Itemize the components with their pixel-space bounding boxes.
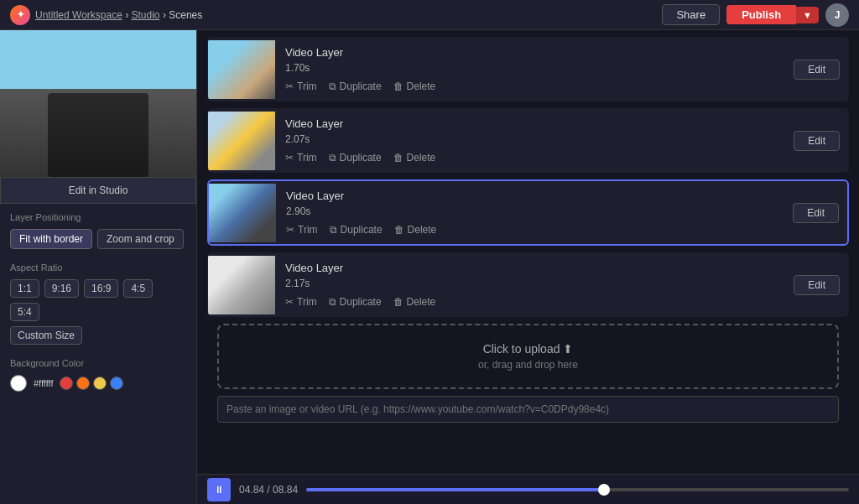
layer-title: Video Layer [285, 262, 784, 274]
main-layout: Edit in Studio Layer Positioning Fit wit… [0, 30, 859, 504]
content-area: Video Layer 1.70s ✂ Trim ⧉ Duplicate 🗑 D… [197, 30, 859, 504]
thumb-image [208, 112, 275, 170]
edit-button[interactable]: Edit [794, 131, 840, 151]
layer-actions: ✂ Trim ⧉ Duplicate 🗑 Delete [286, 224, 783, 236]
publish-button[interactable]: Publish [726, 5, 796, 24]
url-input-row [217, 396, 839, 423]
preview-image [0, 30, 196, 177]
layer-thumbnail [208, 40, 275, 99]
breadcrumb-area: ✦ Untitled Workspace › Studio › Scenes [10, 5, 202, 25]
color-swatch-white[interactable] [10, 375, 27, 392]
aspect-1-1[interactable]: 1:1 [10, 279, 39, 298]
layer-duration: 2.17s [285, 278, 784, 289]
breadcrumb-studio[interactable]: Studio [132, 9, 160, 21]
positioning-buttons: Fit with border Zoom and crop [10, 229, 186, 249]
layer-actions: ✂ Trim ⧉ Duplicate 🗑 Delete [285, 296, 784, 308]
layer-info: Video Layer 2.90s ✂ Trim ⧉ Duplicate 🗑 D… [276, 181, 793, 244]
layer-info: Video Layer 2.17s ✂ Trim ⧉ Duplicate 🗑 D… [275, 253, 794, 316]
aspect-ratio-buttons: 1:1 9:16 16:9 4:5 5:4 [10, 279, 186, 321]
breadcrumb: Untitled Workspace › Studio › Scenes [35, 9, 202, 21]
timeline-thumb[interactable] [598, 484, 610, 496]
trim-button[interactable]: ✂ Trim [286, 224, 318, 236]
layers-list: Video Layer 1.70s ✂ Trim ⧉ Duplicate 🗑 D… [197, 30, 859, 474]
upload-area[interactable]: Click to upload ⬆ or, drag and drop here [217, 324, 839, 389]
url-input[interactable] [217, 396, 839, 423]
breadcrumb-scenes: Scenes [169, 9, 202, 21]
bg-color-row: #ffffff [10, 375, 186, 392]
layer-duration: 2.90s [286, 205, 783, 217]
swatch-red[interactable] [60, 377, 73, 390]
fit-with-border-button[interactable]: Fit with border [10, 229, 92, 249]
preview-area [0, 30, 196, 177]
aspect-ratio-title: Aspect Ratio [10, 262, 186, 273]
aspect-9-16[interactable]: 9:16 [44, 279, 79, 298]
layer-item: Video Layer 2.17s ✂ Trim ⧉ Duplicate 🗑 D… [207, 252, 849, 317]
layer-actions: ✂ Trim ⧉ Duplicate 🗑 Delete [285, 152, 784, 164]
thumb-image [208, 40, 275, 99]
layer-title: Video Layer [285, 117, 784, 130]
aspect-ratio-section: Aspect Ratio 1:1 9:16 16:9 4:5 5:4 Custo… [0, 254, 196, 350]
bottom-bar: ⏸ 04.84 / 08.84 [197, 474, 859, 504]
layer-title: Video Layer [285, 46, 784, 59]
trim-button[interactable]: ✂ Trim [285, 152, 317, 164]
duplicate-button[interactable]: ⧉ Duplicate [329, 152, 382, 164]
upload-text: Click to upload ⬆ [236, 342, 820, 356]
layer-positioning-section: Layer Positioning Fit with border Zoom a… [0, 204, 196, 254]
time-display: 04.84 / 08.84 [239, 484, 298, 496]
background-color-title: Background Color [10, 358, 186, 368]
sidebar: Edit in Studio Layer Positioning Fit wit… [0, 30, 197, 504]
background-color-section: Background Color #ffffff [0, 350, 196, 397]
aspect-16-9[interactable]: 16:9 [84, 279, 118, 298]
thumb-image [208, 256, 275, 314]
layer-duration: 2.07s [285, 133, 784, 145]
custom-size-button[interactable]: Custom Size [10, 326, 82, 345]
app-logo: ✦ [10, 5, 30, 25]
edit-button[interactable]: Edit [794, 275, 840, 295]
layer-item: Video Layer 2.07s ✂ Trim ⧉ Duplicate 🗑 D… [207, 108, 849, 173]
breadcrumb-sep1: › [125, 9, 131, 21]
share-button[interactable]: Share [662, 4, 720, 25]
color-swatches [60, 377, 123, 390]
swatch-blue[interactable] [110, 377, 123, 390]
publish-dropdown-button[interactable]: ▼ [796, 7, 819, 23]
swatch-yellow[interactable] [93, 377, 107, 390]
aspect-5-4[interactable]: 5:4 [10, 303, 39, 321]
trim-button[interactable]: ✂ Trim [285, 81, 317, 92]
duplicate-button[interactable]: ⧉ Duplicate [330, 224, 383, 236]
layer-title: Video Layer [286, 190, 783, 202]
timeline-track[interactable] [306, 488, 849, 491]
publish-group: Publish ▼ [726, 5, 819, 24]
user-avatar[interactable]: J [825, 3, 849, 27]
layer-positioning-title: Layer Positioning [10, 212, 186, 222]
thumb-image [209, 184, 276, 242]
swatch-orange[interactable] [76, 377, 90, 390]
layer-thumbnail [208, 112, 275, 170]
duplicate-button[interactable]: ⧉ Duplicate [329, 296, 382, 308]
layer-actions: ✂ Trim ⧉ Duplicate 🗑 Delete [285, 81, 784, 92]
play-pause-button[interactable]: ⏸ [207, 478, 231, 501]
topbar-actions: Share Publish ▼ J [662, 3, 849, 27]
edit-in-studio-button[interactable]: Edit in Studio [0, 177, 196, 204]
delete-button[interactable]: 🗑 Delete [393, 81, 436, 92]
layer-thumbnail [208, 256, 275, 314]
trim-button[interactable]: ✂ Trim [285, 296, 317, 308]
layer-duration: 1.70s [285, 62, 784, 74]
delete-button[interactable]: 🗑 Delete [394, 224, 437, 236]
delete-button[interactable]: 🗑 Delete [393, 152, 436, 164]
zoom-and-crop-button[interactable]: Zoom and crop [97, 229, 184, 249]
aspect-4-5[interactable]: 4:5 [123, 279, 153, 298]
edit-button[interactable]: Edit [793, 203, 839, 223]
layer-item: Video Layer 1.70s ✂ Trim ⧉ Duplicate 🗑 D… [207, 37, 849, 101]
edit-button[interactable]: Edit [794, 60, 840, 80]
duplicate-button[interactable]: ⧉ Duplicate [329, 81, 382, 92]
topbar: ✦ Untitled Workspace › Studio › Scenes S… [0, 0, 859, 30]
layer-info: Video Layer 1.70s ✂ Trim ⧉ Duplicate 🗑 D… [275, 38, 794, 101]
layer-item-selected: Video Layer 2.90s ✂ Trim ⧉ Duplicate 🗑 D… [207, 179, 849, 246]
delete-button[interactable]: 🗑 Delete [393, 296, 436, 308]
layer-info: Video Layer 2.07s ✂ Trim ⧉ Duplicate 🗑 D… [275, 109, 794, 172]
upload-subtext: or, drag and drop here [236, 359, 820, 371]
timeline-progress [306, 488, 604, 491]
color-hex-label: #ffffff [34, 378, 53, 388]
breadcrumb-workspace[interactable]: Untitled Workspace [35, 9, 122, 21]
layer-thumbnail [209, 184, 276, 242]
